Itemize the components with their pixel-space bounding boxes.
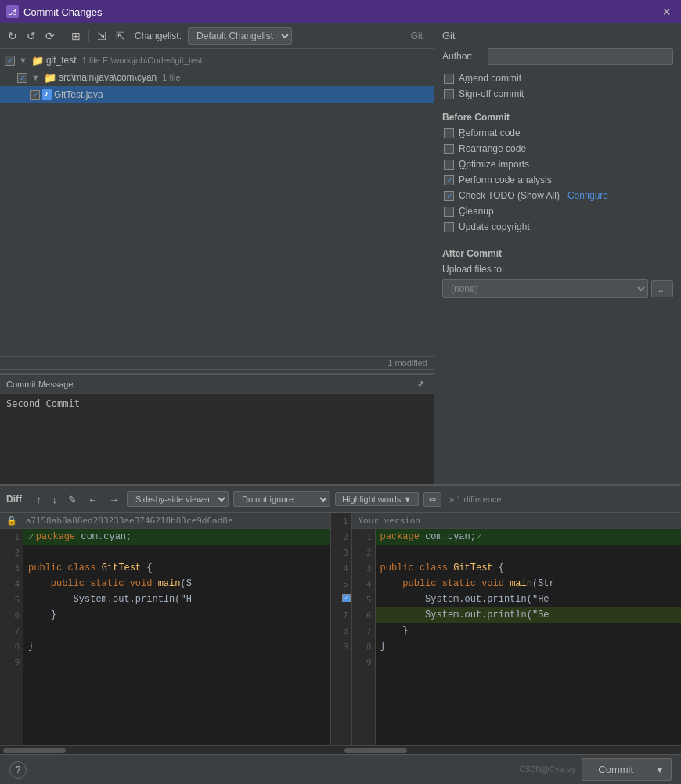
mid-num-5: 5 [331, 576, 351, 592]
code-line-right-9 [376, 654, 682, 670]
mid-num-3: 3 [331, 545, 351, 560]
line-num-4: 4 [0, 576, 23, 592]
mid-num-4: 4 [331, 560, 351, 576]
git-section-title: Git [442, 30, 673, 41]
mid-num-8: 8 [331, 623, 351, 638]
amend-commit-row: Amend commit [442, 73, 673, 84]
author-row: Author: [442, 48, 673, 65]
sync-button[interactable]: ⟳ [42, 28, 58, 44]
highlight-words-btn[interactable]: Highlight words ▼ [335, 492, 419, 506]
optimize-imports-row: Optimize imports [442, 159, 673, 170]
tree-meta-root: 1 file E:\work\job\Codes\git_test [82, 56, 203, 65]
perform-analysis-checkbox[interactable] [444, 175, 454, 185]
upload-select[interactable]: (none) [442, 279, 648, 298]
tree-item-src[interactable]: ▼ 📁 src\main\java\com\cyan 1 file [0, 69, 434, 86]
optimize-imports-checkbox[interactable] [444, 160, 454, 170]
author-input[interactable] [488, 48, 673, 65]
title-bar: ⎇ Commit Changes ✕ [0, 0, 681, 23]
code-line-left-2 [23, 545, 330, 560]
reformat-code-row: Reformat code [442, 128, 673, 138]
commit-dropdown-button[interactable]: ▼ [649, 758, 672, 781]
diff-sync-btn[interactable]: ⇔ [423, 492, 441, 507]
perform-analysis-row: Perform code analysis [442, 174, 673, 185]
diff-nav-up[interactable]: ↑ [33, 492, 45, 507]
undo-button[interactable]: ↺ [23, 28, 39, 44]
code-line-left-8: } [23, 638, 330, 654]
commit-message-input[interactable]: Second Commit [0, 394, 434, 484]
check-todo-checkbox[interactable] [444, 191, 454, 201]
tree-text-root: git_test [46, 55, 77, 66]
modified-bar: 1 modified [0, 356, 434, 369]
diff-header: Diff ↑ ↓ ✎ ← → Side-by-side viewer Unifi… [0, 485, 681, 513]
changelist-select[interactable]: Default Changelist [188, 27, 292, 45]
rearrange-code-checkbox[interactable] [444, 144, 454, 154]
group-button[interactable]: ⊞ [68, 28, 84, 44]
highlight-arrow: ▼ [403, 494, 412, 504]
line-num-3: 3 [0, 560, 23, 576]
diff-prev-btn[interactable]: ← [85, 492, 101, 507]
diff-title: Diff [6, 494, 22, 505]
changelist-label: Changelist: [135, 31, 182, 41]
reformat-code-checkbox[interactable] [444, 128, 454, 138]
code-line-left-1: ✓ package com.cyan; [23, 529, 330, 545]
collapse-button[interactable]: ⇱ [113, 28, 128, 44]
folder-icon-root: 📁 [31, 55, 44, 67]
rearrange-code-label: Rearrange code [459, 143, 526, 154]
signoff-commit-checkbox[interactable] [444, 89, 454, 99]
commit-msg-expand-btn[interactable]: ⇗ [414, 377, 427, 390]
mid-num-2: 2 [331, 529, 351, 545]
configure-link[interactable]: Configure [568, 190, 608, 201]
tree-text-file: GitTest.java [54, 89, 103, 100]
right-scrollbar[interactable] [344, 748, 407, 753]
top-section: ↻ ↺ ⟳ ⊞ ⇲ ⇱ Changelist: Default Changeli… [0, 23, 681, 485]
code-line-left-9 [23, 654, 330, 670]
line-num-8: 8 [0, 638, 23, 654]
close-button[interactable]: ✕ [659, 4, 675, 20]
diff-right-header: Your version [352, 513, 682, 529]
expand-button[interactable]: ⇲ [94, 28, 110, 44]
cleanup-checkbox[interactable] [444, 207, 454, 217]
mid-num-1: 1 [331, 513, 351, 529]
update-copyright-checkbox[interactable] [444, 222, 454, 232]
signoff-commit-row: Sign-off commit [442, 88, 673, 99]
git-label: Git [411, 31, 423, 41]
lock-icon: 🔒 [6, 516, 17, 526]
modified-label: 1 modified [387, 358, 427, 368]
help-button[interactable]: ? [9, 761, 27, 779]
tree-text-src: src\main\java\com\cyan [59, 72, 157, 83]
tree-checkbox-file[interactable] [30, 90, 40, 100]
diff-nav-down[interactable]: ↓ [49, 492, 61, 507]
commit-button[interactable]: Commit [582, 758, 649, 781]
line-num-1: 1 [0, 529, 23, 545]
left-scrollbar[interactable] [3, 748, 66, 753]
tree-item-file[interactable]: GitTest.java [0, 86, 434, 103]
tree-item-root[interactable]: ▼ 📁 git_test 1 file E:\work\job\Codes\gi… [0, 52, 434, 69]
diff-left-code: ✓ package com.cyan; public class GitTest… [23, 529, 330, 745]
amend-commit-checkbox[interactable] [444, 74, 454, 84]
right-num-7: 7 [352, 623, 375, 638]
tree-checkbox-root[interactable] [5, 56, 15, 66]
code-line-right-5: System.out.println("He [376, 592, 682, 607]
upload-more-btn[interactable]: ... [651, 280, 673, 297]
right-num-2: 2 [352, 545, 375, 560]
highlight-label: Highlight words [342, 494, 401, 504]
diff-next-btn[interactable]: → [106, 492, 122, 507]
refresh-button[interactable]: ↻ [5, 28, 20, 44]
separator-2 [88, 30, 89, 42]
commit-btn-group: Commit ▼ [582, 758, 672, 781]
diff-left-line-nums: 1 2 3 4 5 6 7 8 9 [0, 529, 23, 745]
diff-left-col: 1 2 3 4 5 6 7 8 9 ✓ package co [0, 529, 330, 745]
right-num-9: 9 [352, 654, 375, 670]
diff-scrollbar-area [0, 745, 681, 754]
tree-checkbox-src[interactable] [17, 73, 27, 83]
diff-edit-btn[interactable]: ✎ [65, 492, 80, 507]
diff-line-checkbox-6[interactable] [342, 594, 351, 602]
main-container: ↻ ↺ ⟳ ⊞ ⇲ ⇱ Changelist: Default Changeli… [0, 23, 681, 784]
code-line-right-7: } [376, 623, 682, 638]
code-line-left-3: public class GitTest { [23, 560, 330, 576]
upload-row: (none) ... [442, 279, 673, 298]
diff-mid-line-nums: 1 2 3 4 5 6 7 8 9 [330, 513, 352, 745]
diff-ignore-select[interactable]: Do not ignore Ignore whitespace [233, 491, 330, 507]
after-commit-title: After Commit [442, 248, 673, 259]
diff-viewer-select[interactable]: Side-by-side viewer Unified viewer [127, 491, 229, 507]
